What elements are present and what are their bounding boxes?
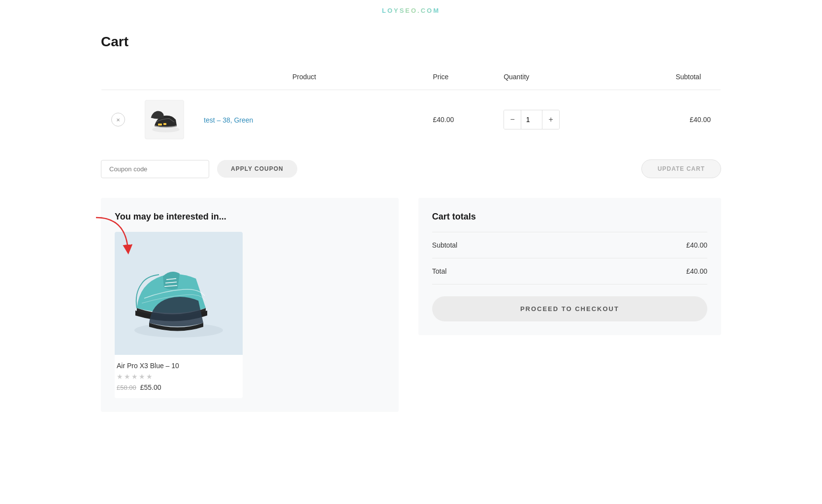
product-image-svg [147,105,182,134]
suggested-product-old-price: £58.00 [117,384,136,391]
cart-totals-section: Cart totals Subtotal £40.00 Total £40.00… [418,198,721,335]
product-thumbnail [145,100,184,139]
col-subtotal-header: Subtotal [625,64,721,90]
product-subtotal-cell: £40.00 [625,90,721,150]
subtotal-row: Subtotal £40.00 [432,232,707,258]
product-price-cell: £40.00 [423,90,494,150]
product-image-cell [135,90,194,150]
total-row: Total £40.00 [432,258,707,284]
suggested-product-prices: £58.00 £55.00 [117,383,241,391]
svg-rect-2 [163,123,166,125]
quantity-input[interactable] [521,110,542,129]
subtotal-value: £40.00 [686,241,707,249]
svg-rect-1 [158,124,162,126]
suggested-product-name: Air Pro X3 Blue – 10 [117,362,241,370]
page-title: Cart [101,34,721,50]
suggested-product-image [115,232,243,355]
cart-totals-title: Cart totals [432,212,707,222]
star-1: ★ [117,373,124,380]
star-2: ★ [124,373,131,380]
star-3: ★ [131,373,139,380]
suggested-product-stars: ★★★★★ [117,373,241,380]
table-row: × [101,90,721,150]
update-cart-button[interactable]: UPDATE CART [641,159,721,178]
checkout-button[interactable]: PROCEED TO CHECKOUT [432,296,707,321]
suggested-product-card: Air Pro X3 Blue – 10 ★★★★★ £58.00 £55.00 [115,232,243,398]
page-content: Cart Product Price Quantity Subtotal × [81,19,741,432]
col-remove [101,64,135,90]
quantity-wrapper: − + [504,110,560,129]
total-value: £40.00 [686,267,707,275]
apply-coupon-button[interactable]: APPLY COUPON [217,160,297,178]
cart-actions: APPLY COUPON UPDATE CART [101,150,721,188]
star-5: ★ [146,373,154,380]
interested-section: You may be interested in... [101,198,399,412]
product-name-cell: test – 38, Green [194,90,423,150]
bottom-section: You may be interested in... [101,198,721,412]
col-product-header: Product [194,64,423,90]
site-title: LOYSEO.COM [382,7,440,14]
col-quantity-header: Quantity [494,64,625,90]
suggested-shoe-svg [125,244,233,343]
interested-title: You may be interested in... [115,212,385,222]
quantity-increase-button[interactable]: + [542,110,559,129]
site-header: LOYSEO.COM [0,0,822,19]
star-4: ★ [139,373,146,380]
suggested-product-new-price: £55.00 [140,383,161,391]
cart-table: Product Price Quantity Subtotal × [101,63,721,150]
col-image [135,64,194,90]
coupon-input[interactable] [101,160,209,178]
quantity-decrease-button[interactable]: − [504,110,521,129]
subtotal-label: Subtotal [432,241,457,249]
remove-cell: × [101,90,135,150]
remove-item-button[interactable]: × [111,113,125,126]
col-price-header: Price [423,64,494,90]
quantity-cell: − + [494,90,625,150]
total-label: Total [432,267,447,275]
suggested-product-info: Air Pro X3 Blue – 10 ★★★★★ £58.00 £55.00 [115,355,243,398]
product-name-link[interactable]: test – 38, Green [204,116,253,124]
table-header-row: Product Price Quantity Subtotal [101,64,721,90]
